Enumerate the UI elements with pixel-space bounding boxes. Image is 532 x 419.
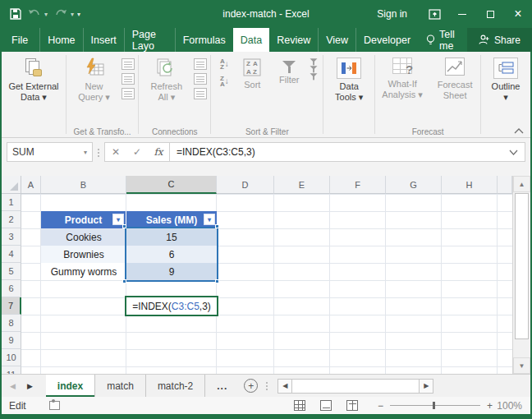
row-header-1[interactable]: 1 [2,194,21,211]
tab-developer[interactable]: Developer [355,28,418,52]
tab-data[interactable]: Data [233,28,269,52]
from-table-icon[interactable] [122,73,135,85]
cancel-entry-icon[interactable]: ✕ [105,146,126,158]
vertical-scrollbar[interactable]: ▲ ▼ [512,176,530,374]
reapply-filter-icon[interactable] [310,66,318,70]
sort-button[interactable]: ZAAZ Sort [236,56,268,90]
horizontal-scroll-thumb[interactable] [291,380,420,393]
minimize-button[interactable] [448,0,476,28]
zoom-in-icon[interactable]: + [487,400,493,412]
table-header-sales[interactable]: Sales (MM) ▾ [126,211,217,228]
column-header-f[interactable]: F [330,176,386,194]
insert-function-icon[interactable]: fx [148,146,169,158]
tab-page-layout[interactable]: Page Layo [124,28,175,52]
row-header-11[interactable]: 11 [2,366,21,374]
sheet-tab-more[interactable]: ... [205,375,239,397]
normal-view-icon[interactable] [294,400,305,411]
recent-sources-icon[interactable] [122,88,135,99]
new-query-button[interactable]: NewQuery ▾ [71,56,118,103]
selection-handle-bottom-right[interactable] [215,279,219,283]
sheet-nav-left-icon[interactable]: ◀ [10,382,16,390]
sheet-tab-match[interactable]: match [95,375,146,397]
zoom-slider-thumb[interactable] [433,402,435,409]
redo-dropdown-icon[interactable]: ▾ [71,11,74,18]
filter-button[interactable]: Filter [272,56,306,85]
collapse-ribbon-icon[interactable] [514,128,524,134]
scroll-left-icon[interactable]: ◀ [278,380,291,393]
undo-dropdown-icon[interactable]: ▾ [44,11,48,18]
formula-input[interactable]: =INDEX(C3:C5,3) [170,142,525,162]
column-header-partial[interactable] [498,176,512,194]
undo-icon[interactable] [28,9,41,19]
tab-home[interactable]: Home [39,28,82,52]
tab-formulas[interactable]: Formulas [175,28,233,52]
share-button[interactable]: Share [467,28,532,52]
tab-review[interactable]: Review [269,28,318,52]
horizontal-scrollbar[interactable]: ◀ ▶ [277,379,433,394]
what-if-analysis-button[interactable]: ? What-IfAnalysis ▾ [377,56,428,100]
connections-icon[interactable] [194,58,207,70]
select-all-corner[interactable] [2,176,21,194]
new-sheet-icon[interactable]: + [244,379,258,393]
properties-icon[interactable] [194,73,207,85]
name-box[interactable]: SUM ▾ [7,142,93,162]
column-header-a[interactable]: A [21,176,41,194]
cell-c7-edit[interactable]: =INDEX(C3:C5,3) [125,296,218,316]
column-header-c[interactable]: C [126,176,217,194]
show-queries-icon[interactable] [122,58,135,70]
macro-record-icon[interactable] [49,401,60,410]
redo-icon[interactable] [54,9,67,19]
vertical-scroll-thumb[interactable] [515,193,529,339]
edit-links-icon[interactable] [194,88,207,99]
tab-file[interactable]: File [0,28,39,52]
row-header-2[interactable]: 2 [2,211,21,228]
sheet-tab-match-2[interactable]: match-2 [146,375,205,397]
tab-insert[interactable]: Insert [83,28,124,52]
page-layout-view-icon[interactable] [320,400,332,411]
column-header-d[interactable]: D [217,176,274,194]
tab-tell-me[interactable]: Tell me [418,28,467,52]
ribbon-display-options-icon[interactable] [420,0,448,28]
product-filter-icon[interactable]: ▾ [112,214,124,225]
sheet-tab-index[interactable]: index [46,375,95,397]
close-button[interactable]: × [504,0,532,28]
save-icon[interactable] [10,8,21,20]
row-header-7[interactable]: 7 [2,297,21,315]
sort-descending-icon[interactable]: ZA↓ [216,74,232,88]
row-header-9[interactable]: 9 [2,332,21,349]
sign-in-link[interactable]: Sign in [364,8,420,20]
zoom-level[interactable]: 100% [493,400,530,412]
table-header-product[interactable]: Product ▾ [41,211,126,228]
expand-formula-bar-icon[interactable] [509,150,518,155]
clear-filter-icon[interactable] [310,58,318,62]
cell-b3[interactable]: Cookies [41,228,126,246]
tab-view[interactable]: View [318,28,355,52]
scroll-right-icon[interactable]: ▶ [420,380,433,393]
selection-handle-top-right[interactable] [215,224,219,228]
advanced-filter-icon[interactable] [310,73,318,77]
selection-handle-bottom-left[interactable] [122,279,126,283]
cell-b4[interactable]: Brownies [41,246,126,263]
cell-b5[interactable]: Gummy worms [41,263,126,280]
outline-button[interactable]: Outline▾ [482,56,530,103]
row-header-6[interactable]: 6 [2,280,21,297]
sheet-nav-right-icon[interactable]: ▶ [27,382,33,390]
row-header-8[interactable]: 8 [2,315,21,332]
zoom-slider[interactable] [390,405,480,406]
zoom-out-icon[interactable]: − [378,400,383,412]
row-header-5[interactable]: 5 [2,263,21,280]
column-header-e[interactable]: E [274,176,330,194]
page-break-view-icon[interactable] [346,400,358,411]
forecast-sheet-button[interactable]: ForecastSheet [431,56,479,101]
column-header-b[interactable]: B [41,176,126,194]
maximize-button[interactable] [476,0,504,28]
get-external-data-button[interactable]: Get ExternalData ▾ [5,56,62,103]
data-tools-button[interactable]: DataTools ▾ [325,56,373,103]
row-header-3[interactable]: 3 [2,228,21,246]
customize-qat-icon[interactable]: ▾ [77,11,80,18]
sales-filter-icon[interactable]: ▾ [204,214,215,225]
name-box-dropdown-icon[interactable]: ▾ [84,149,87,156]
column-header-h[interactable]: H [442,176,498,194]
row-header-10[interactable]: 10 [2,349,21,366]
sort-ascending-icon[interactable]: AZ↓ [216,57,232,71]
